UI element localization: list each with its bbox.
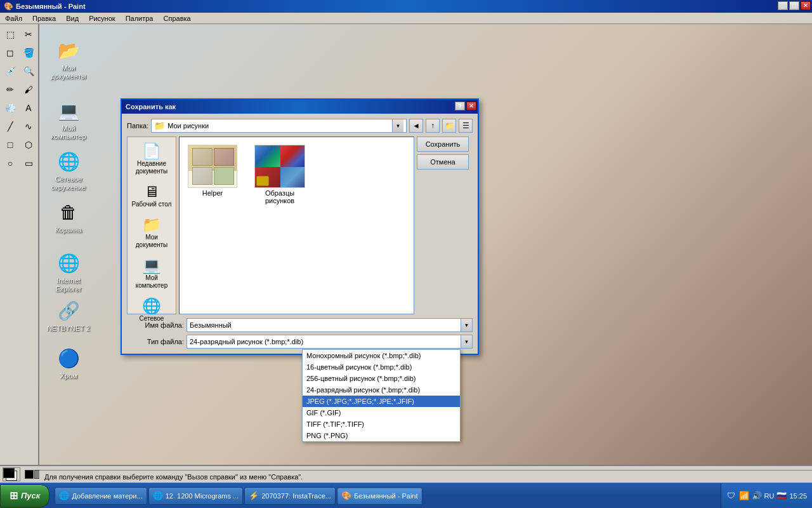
minimize-button[interactable]: _ [778,1,788,10]
nav-newfolder-btn[interactable]: 📁 [442,119,456,133]
tool-select-rect[interactable]: ⬚ [1,25,19,43]
menu-view[interactable]: Вид [61,13,84,23]
dialog-close-btn[interactable]: ✕ [466,102,476,110]
cancel-button[interactable]: Отмена [417,154,469,170]
menu-file[interactable]: Файл [0,13,27,23]
tool-magnify[interactable]: 🔍 [20,62,37,80]
mydocs-nav-icon: 📁 [142,216,161,234]
status-bar: Для получения справки выберите команду "… [39,470,812,483]
filetype-dropdown-list: Монохромный рисунок (*.bmp;*.dib) 16-цве… [302,349,461,442]
desktop-icon-recycle[interactable]: 🗑 Корзина [43,197,94,237]
taskbar-item-3[interactable]: 🎨 Безымянный - Paint [337,487,422,505]
taskbar-item-2[interactable]: ⚡ 2070377: InstaTrace... [244,487,336,505]
nav-mycomputer[interactable]: 💻 Мой компьютер [129,254,174,292]
nav-view-btn[interactable]: ☰ [459,119,473,133]
desktop-nav-label: Рабочий стол [132,201,172,208]
nav-mydocs[interactable]: 📁 Мои документы [129,213,174,251]
taskbar-item-1[interactable]: 🌐 12. 1200 Micrograms ... [148,487,244,505]
mycomputer-label: Мой компьютер [46,124,91,141]
tool-pencil[interactable]: ✏ [1,81,19,98]
taskbar-item-0[interactable]: 🌐 Добавление матери... [55,487,147,505]
dialog-toolbar: Папка: 📁 Мои рисунки ▼ ◄ ↑ 📁 ☰ [127,119,473,133]
start-label: Пуск [21,491,40,500]
filename-input[interactable]: Безымянный ▼ [187,318,473,332]
filetype-select[interactable]: 24-разрядный рисунок (*.bmp;*.dib) ▼ [187,335,473,349]
mydocs-icon: 📂 [56,37,81,63]
dialog-title-text: Сохранить как [126,103,176,110]
tool-rect[interactable]: □ [1,136,19,154]
dropdown-option-4[interactable]: JPEG (*.JPG;*.JPEG;*.JPE;*.JFIF) [303,396,460,407]
desktop-icon-ie[interactable]: 🌐 Internet Explorer [43,248,94,296]
menu-palette[interactable]: Палитра [121,13,159,23]
dropdown-option-0[interactable]: Монохромный рисунок (*.bmp;*.dib) [303,350,460,361]
desktop-icon-mycomputer[interactable]: 💻 Мой компьютер [43,95,94,144]
paint-title-text: Безымянный - Paint [16,3,86,10]
nav-recent[interactable]: 📄 Недавние документы [129,140,174,178]
dialog-help-btn[interactable]: ? [455,102,465,110]
dropdown-option-5[interactable]: GIF (*.GIF) [303,407,460,418]
menu-draw[interactable]: Рисунок [84,13,121,23]
file-item-samples[interactable]: Образцы рисунков [248,142,311,207]
ie-icon: 🌐 [56,250,81,276]
network-nav-icon: 🌐 [142,297,161,315]
tool-select-free[interactable]: ✂ [20,25,37,43]
taskbar-item-2-icon: ⚡ [249,491,259,500]
chrome-icon: 🔵 [56,345,81,371]
dropdown-option-1[interactable]: 16-цветный рисунок (*.bmp;*.dib) [303,361,460,373]
paint-menubar: Файл Правка Вид Рисунок Палитра Справка [0,13,812,24]
dropdown-option-3[interactable]: 24-разрядный рисунок (*.bmp;*.dib) [303,384,460,396]
nav-network[interactable]: 🌐 Сетевое [129,295,174,325]
netbynet-icon: 🔗 [56,298,81,323]
mycomputer-nav-label: Мой компьютер [131,274,172,290]
tray-flag: 🇷🇺 [776,491,787,500]
tool-airbrush[interactable]: 💨 [1,99,19,117]
clock: 15:25 [789,492,807,500]
netbynet-label: NETBYNET 2 [47,324,90,333]
filename-dropdown-arrow[interactable]: ▼ [461,319,472,331]
menu-edit[interactable]: Правка [27,13,61,23]
tool-text[interactable]: A [20,99,37,117]
network-label: Сетевое окружение [46,175,91,192]
folder-dropdown[interactable]: 📁 Мои рисунки ▼ [151,119,407,133]
tool-rounded-rect[interactable]: ▭ [20,154,37,172]
tray-volume-icon: 🔊 [752,491,762,501]
desktop-icon-chrome[interactable]: 🔵 Хром [43,343,94,383]
start-button[interactable]: ⊞ Пуск [0,485,49,507]
tool-fill[interactable]: 🪣 [20,44,37,62]
dropdown-option-7[interactable]: PNG (*.PNG) [303,430,460,441]
file-item-helper[interactable]: Helper [185,142,240,207]
dialog-right-buttons: Сохранить Отмена [417,137,473,314]
nav-back-btn[interactable]: ◄ [409,119,423,133]
filetype-row: Тип файла: 24-разрядный рисунок (*.bmp;*… [127,335,473,349]
tool-eyedropper[interactable]: 💉 [1,62,19,80]
tool-polygon[interactable]: ⬡ [20,136,37,154]
tool-ellipse[interactable]: ○ [1,154,19,172]
tool-eraser[interactable]: ◻ [1,44,19,62]
tool-curve[interactable]: ∿ [20,117,37,135]
mydocs-nav-label: Мои документы [131,234,172,249]
helper-label: Helper [202,189,223,197]
folder-value: Мои рисунки [167,122,209,130]
desktop-icon-netbynet[interactable]: 🔗 NETBYNET 2 [43,295,94,335]
dropdown-option-2[interactable]: 256-цветный рисунок (*.bmp;*.dib) [303,373,460,384]
close-button[interactable]: ✕ [801,1,811,10]
taskbar-item-3-label: Безымянный - Paint [354,492,418,500]
recycle-label: Корзина [55,226,82,234]
maximize-button[interactable]: □ [789,1,799,10]
tool-brush[interactable]: 🖌 [20,81,37,98]
taskbar-item-3-icon: 🎨 [341,491,351,500]
filetype-dropdown-arrow[interactable]: ▼ [461,335,472,348]
nav-desktop[interactable]: 🖥 Рабочий стол [129,180,174,211]
desktop-icon-network[interactable]: 🌐 Сетевое окружение [43,146,94,194]
folder-dropdown-arrow[interactable]: ▼ [392,119,403,132]
menu-help[interactable]: Справка [159,13,196,23]
tool-line[interactable]: ╱ [1,117,19,135]
color-black[interactable] [25,470,34,479]
save-button[interactable]: Сохранить [417,137,469,152]
desktop-icon-mydocs[interactable]: 📂 Мои документы [43,35,94,83]
dropdown-option-6[interactable]: TIFF (*.TIF;*.TIFF) [303,418,460,430]
nav-up-btn[interactable]: ↑ [426,119,440,133]
taskbar-item-0-label: Добавление матери... [72,492,142,500]
system-tray: 🛡 📶 🔊 RU 🇷🇺 15:25 [721,483,812,508]
samples-thumb [254,145,305,188]
